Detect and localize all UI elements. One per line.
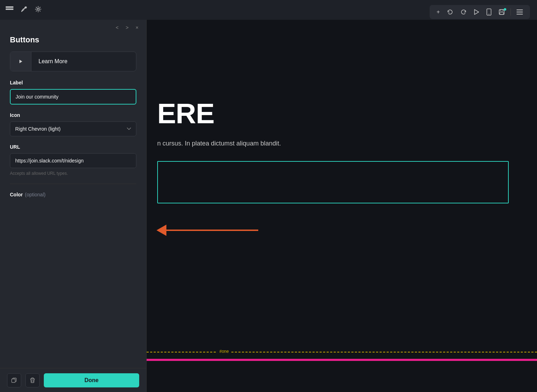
menu-button[interactable] <box>514 8 526 16</box>
canvas-yellow-line: #one <box>147 352 537 354</box>
canvas-arrow <box>157 225 258 236</box>
play-button[interactable] <box>471 7 482 17</box>
duplicate-button[interactable] <box>7 373 21 387</box>
url-field-heading: URL <box>10 144 136 150</box>
canvas-big-text: ERE <box>157 97 214 130</box>
svg-rect-12 <box>12 379 15 382</box>
label-input[interactable] <box>10 89 136 105</box>
svg-rect-9 <box>517 10 523 10</box>
button-preview-card[interactable]: Learn More <box>10 52 136 71</box>
chevron-down-icon <box>127 126 131 131</box>
svg-rect-11 <box>517 14 523 14</box>
undo-button[interactable] <box>444 7 456 17</box>
label-field-group: Label <box>10 80 136 105</box>
svg-rect-10 <box>517 12 523 12</box>
url-field-group: URL Accepts all allowed URL types. <box>10 144 136 176</box>
canvas-teal-box[interactable] <box>157 161 509 203</box>
color-field-heading: Color (optional) <box>10 192 136 197</box>
icon-select[interactable]: Right Chevron (light) <box>10 121 136 136</box>
panel-nav: < > × <box>0 20 146 32</box>
panel-bottom: Done <box>0 368 146 392</box>
arrow-head-icon <box>157 225 166 236</box>
color-field-group: Color (optional) <box>10 192 136 197</box>
divider <box>10 184 136 184</box>
svg-point-3 <box>37 8 39 10</box>
icon-field-group: Icon Right Chevron (light) <box>10 112 136 136</box>
url-input[interactable] <box>10 153 136 168</box>
svg-rect-8 <box>500 12 503 14</box>
add-button[interactable]: + <box>434 7 443 17</box>
svg-rect-1 <box>6 8 13 10</box>
canvas-yellow-label: #one <box>217 349 231 354</box>
left-panel: < > × Buttons Learn More Label Icon Righ… <box>0 20 147 392</box>
brush-icon[interactable] <box>20 6 28 14</box>
panel-title: Buttons <box>10 35 136 44</box>
done-button[interactable]: Done <box>44 373 139 387</box>
panel-close-button[interactable]: × <box>134 24 141 31</box>
redo-button[interactable] <box>458 7 470 17</box>
panel-next-button[interactable]: > <box>124 24 131 31</box>
svg-rect-0 <box>6 6 13 8</box>
color-optional-label: (optional) <box>25 192 46 197</box>
label-field-heading: Label <box>10 80 136 85</box>
save-button[interactable] <box>496 7 508 17</box>
main-canvas: ERE n cursus. In platea dictumst aliquam… <box>147 20 537 392</box>
button-preview-icon <box>10 52 31 71</box>
arrow-line <box>166 230 258 231</box>
layout-icon[interactable] <box>6 6 13 14</box>
panel-content: Buttons Learn More Label Icon Right Chev… <box>0 32 146 368</box>
panel-prev-button[interactable]: < <box>113 24 120 31</box>
icon-select-value: Right Chevron (light) <box>15 126 60 132</box>
mobile-button[interactable] <box>484 7 494 17</box>
button-preview-label: Learn More <box>31 52 75 71</box>
settings-icon[interactable] <box>35 6 42 14</box>
toolbar: + <box>430 5 530 19</box>
icon-field-heading: Icon <box>10 112 136 118</box>
trash-button[interactable] <box>25 373 40 387</box>
canvas-pink-line <box>147 359 537 361</box>
canvas-content: ERE n cursus. In platea dictumst aliquam… <box>147 20 537 392</box>
canvas-sub-text: n cursus. In platea dictumst aliquam bla… <box>157 140 281 147</box>
svg-point-5 <box>489 14 489 14</box>
url-hint: Accepts all allowed URL types. <box>10 171 136 176</box>
